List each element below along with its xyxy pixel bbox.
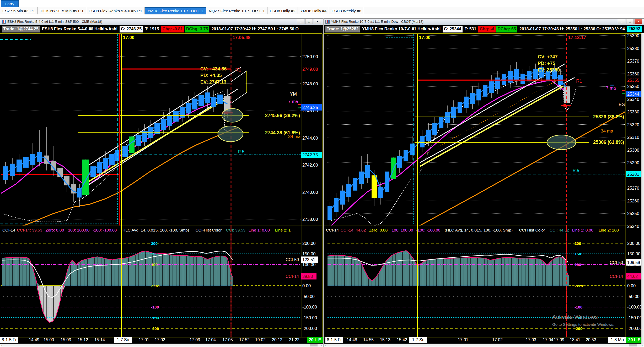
close-button[interactable]: ✕ bbox=[314, 19, 321, 24]
price-axis-label: 25270 bbox=[627, 186, 639, 190]
time-axis-label: 1-7 Su bbox=[412, 338, 424, 342]
cci50-label: CCI-50 bbox=[610, 260, 623, 265]
cci-header-segment: -100: -100.00 bbox=[93, 228, 117, 232]
close-button[interactable]: ✕ bbox=[635, 19, 642, 24]
chart-tab[interactable]: ESH8 Daily #2 bbox=[267, 7, 298, 14]
top-strip: Larry bbox=[0, 0, 644, 7]
cci-axis-label: -150.00 bbox=[302, 315, 317, 320]
time-axis-label: 15:13 bbox=[380, 338, 390, 342]
window-titlebar[interactable]: ESH8 Flex Renko 5-4-0 #6 L:1 E-mini S&P … bbox=[0, 19, 323, 25]
time-axis-label: 15:12 bbox=[78, 338, 88, 342]
price-axis-label: 25290 bbox=[627, 160, 639, 165]
annotation-label: EV: 2747.13 bbox=[200, 79, 226, 85]
chart-icon bbox=[2, 20, 6, 24]
cci-ref-label: -100 bbox=[151, 305, 159, 309]
scroll-left-arrow[interactable]: ‹ bbox=[0, 344, 3, 347]
cci-ref-label: -200 bbox=[151, 326, 159, 331]
cci-axis-label: -100.00 bbox=[302, 305, 317, 309]
workspace-tab-larry[interactable]: Larry bbox=[1, 0, 19, 7]
chart-tab[interactable]: ESH8 Flex Renko 5-4-0 #6 L:1 bbox=[86, 7, 145, 14]
time-axis-label: 1-8 Mo bbox=[611, 338, 624, 342]
chart-tab[interactable]: YMH8 Flex Renko 10-7-0 #1 L:1 bbox=[145, 7, 206, 14]
time-axis-label: 14:48 bbox=[347, 338, 357, 342]
scroll-right-arrow[interactable]: › bbox=[320, 344, 323, 347]
cci-header-segment: Zero: 0.00 bbox=[369, 228, 388, 232]
cci-ref-label: 100 bbox=[151, 262, 158, 267]
price-chart-canvas-esh8[interactable]: 2745.66 (38.2%)2744.38 (61.8%)17:0017:05… bbox=[0, 33, 323, 344]
time-axis-label: 17:52 bbox=[239, 338, 250, 342]
info-segment: C: 25344 bbox=[443, 26, 463, 32]
scroll-right-arrow[interactable]: › bbox=[641, 344, 644, 347]
price-axis-label: 25240 bbox=[627, 224, 639, 229]
minimize-button[interactable]: ‒ bbox=[618, 19, 625, 24]
cci-ref-label: Zero bbox=[151, 284, 160, 288]
renko-bar bbox=[404, 150, 408, 162]
renko-bar bbox=[533, 69, 538, 79]
cci-header-segment: CCI: 44.62 bbox=[550, 228, 569, 232]
cci-axis-label: 200.00 bbox=[302, 241, 315, 246]
price-axis-label: 25330 bbox=[627, 109, 639, 114]
price-axis-label: 2748.00 bbox=[302, 81, 318, 86]
annotation-label: 17:13:17 bbox=[568, 35, 586, 40]
annotation-label: EV: 25350 bbox=[538, 67, 560, 73]
bar-count-label: 20 L E bbox=[309, 338, 321, 342]
info-segment: Trade: 1@2744.25 bbox=[2, 26, 40, 32]
restore-button[interactable]: □ bbox=[305, 19, 313, 24]
time-axis-label: 17:03 bbox=[526, 338, 536, 342]
time-axis-label: 15:03 bbox=[61, 338, 71, 342]
horizontal-scrollbar[interactable]: ‹› bbox=[0, 344, 323, 347]
annotation-label: 7 ma bbox=[606, 86, 616, 91]
price-axis-label: 25370 bbox=[627, 59, 639, 63]
chart-tab[interactable]: ESZ7 5 Min #3 L:1 bbox=[0, 7, 37, 14]
scroll-thumb[interactable] bbox=[629, 344, 637, 346]
vertical-scrollbar[interactable] bbox=[641, 33, 644, 344]
info-segment: DChg: 65 bbox=[496, 26, 517, 32]
annotation-label: R.5 bbox=[573, 168, 579, 173]
time-axis-label: 15:14 bbox=[94, 338, 105, 342]
time-axis-label: 17:05 bbox=[222, 338, 233, 342]
chart-tab[interactable]: YMH8 Daily #4 bbox=[298, 7, 329, 14]
window-controls: ‒□✕ bbox=[618, 19, 642, 24]
scroll-left-arrow[interactable]: ‹ bbox=[324, 344, 327, 347]
chart-window-esh8: ESH8 Flex Renko 5-4-0 #6 L:1 E-mini S&P … bbox=[0, 18, 323, 347]
time-axis-label: 14:55 bbox=[363, 338, 374, 342]
fib-label: 25306 (61.8%) bbox=[593, 140, 624, 145]
cci-header-segment: 100: 100.00 bbox=[68, 228, 89, 232]
info-segment: C: 2746.25 bbox=[120, 26, 143, 32]
annotation-label: PD: +75 bbox=[538, 61, 555, 66]
cci-axis-label: 200.00 bbox=[627, 241, 640, 246]
restore-button[interactable]: □ bbox=[626, 19, 634, 24]
info-segment: Chg: -0.81 bbox=[161, 26, 184, 32]
time-axis-label: 14:49 bbox=[29, 338, 39, 342]
scroll-thumb[interactable] bbox=[310, 344, 318, 346]
annotation-label: R.5 bbox=[238, 150, 244, 154]
cci-ref-label: -100 bbox=[575, 305, 582, 309]
chart-tab[interactable]: ESH8 Weekly #8 bbox=[329, 7, 364, 14]
price-chart-canvas-ymh8[interactable]: 25326 (38.2%)25306 (61.8%)17:0017:13:17C… bbox=[324, 33, 644, 344]
price-axis-label: 2746.25 bbox=[302, 105, 318, 110]
time-axis-label: 17:09 bbox=[554, 338, 564, 342]
info-segment: DChg: 3.75 bbox=[185, 26, 210, 32]
minimize-button[interactable]: ‒ bbox=[297, 19, 304, 24]
renko-bar bbox=[514, 69, 519, 80]
renko-bar bbox=[372, 175, 377, 198]
time-axis-label: 19:02 bbox=[255, 338, 266, 342]
window-controls: ‒□✕ bbox=[297, 19, 321, 24]
price-axis-label: 2750.00 bbox=[302, 54, 318, 59]
info-segment: Chg: -4 bbox=[478, 26, 495, 32]
renko-bar bbox=[458, 102, 462, 113]
price-axis-label: 25250 bbox=[627, 211, 639, 216]
price-axis-label: 2742.00 bbox=[302, 163, 318, 167]
horizontal-scrollbar[interactable]: ‹› bbox=[324, 344, 644, 347]
cci14-value: 44.62 bbox=[627, 274, 638, 279]
cci50-label: CCI-50 bbox=[286, 257, 299, 262]
chart-tab[interactable]: NQZ7 Flex Renko 10-7-0 #7 L:1 bbox=[206, 7, 267, 14]
chart-tab[interactable]: TICK-NYSE 5 Min #5 L:1 bbox=[37, 7, 86, 14]
window-titlebar[interactable]: YMH8 Flex Renko 10-7-0 #1 L:1 E-mini Dow… bbox=[324, 19, 644, 25]
cci-axis-label: -100.00 bbox=[627, 305, 642, 309]
cci-header-segment: CCI-Hist Color bbox=[195, 228, 222, 232]
renko-bar bbox=[495, 78, 500, 89]
time-axis-label: 17:02 bbox=[155, 338, 165, 342]
price-axis-label: 25300 bbox=[627, 148, 639, 152]
annotation-label: PD: +4.35 bbox=[200, 73, 222, 78]
